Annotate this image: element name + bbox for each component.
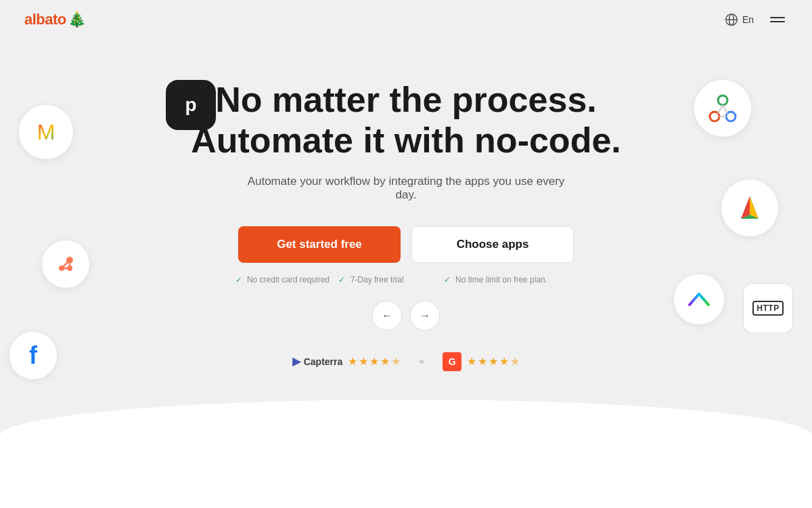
- g2-star-2: ★: [478, 355, 487, 368]
- btn-notes-row: ✓ No credit card required ✓ 7-Day free t…: [235, 275, 577, 284]
- rating-divider: [420, 360, 424, 364]
- globe-icon: [725, 13, 738, 26]
- capterra-rating: ▶ Capterra ★ ★ ★ ★ ★: [292, 355, 401, 368]
- g2-star-3: ★: [489, 355, 498, 368]
- capterra-arrow-icon: ▶: [292, 355, 300, 368]
- cta-row: Get started free Choose apps: [238, 226, 574, 263]
- next-arrow-button[interactable]: →: [410, 301, 440, 331]
- navbar: albato 🎄 En: [0, 0, 812, 39]
- note-free-trial: 7-Day free trial: [351, 275, 404, 284]
- primary-notes: ✓ No credit card required ✓ 7-Day free t…: [235, 275, 404, 284]
- star-4: ★: [380, 355, 390, 368]
- bg-wave: [0, 400, 812, 508]
- hamburger-line-2: [770, 21, 785, 22]
- nav-arrows: ← →: [372, 301, 440, 331]
- hero-section: No matter the process. Automate it with …: [0, 39, 812, 371]
- get-started-button[interactable]: Get started free: [238, 226, 401, 263]
- choose-apps-button[interactable]: Choose apps: [411, 226, 574, 263]
- check-icon-3: ✓: [444, 275, 451, 284]
- g2-rating: G ★ ★ ★ ★ ★: [443, 352, 520, 371]
- hero-subtitle: Automate your workflow by integrating th…: [237, 175, 575, 202]
- note-no-card: No credit card required: [247, 275, 330, 284]
- capterra-label: Capterra: [304, 356, 343, 367]
- check-icon-1: ✓: [235, 275, 242, 284]
- star-2: ★: [359, 355, 368, 368]
- nav-right: En: [725, 13, 788, 26]
- star-half: ★: [391, 355, 401, 368]
- hamburger-menu[interactable]: [767, 14, 788, 25]
- g2-logo: G: [443, 352, 461, 371]
- note-no-time-limit: No time limit on free plan.: [455, 275, 547, 284]
- secondary-note: ✓ No time limit on free plan.: [414, 275, 577, 284]
- g2-star-4: ★: [499, 355, 509, 368]
- rating-row: ▶ Capterra ★ ★ ★ ★ ★ G ★ ★ ★ ★ ★: [292, 352, 520, 371]
- capterra-stars: ★ ★ ★ ★ ★: [348, 355, 401, 368]
- lang-label: En: [742, 14, 754, 25]
- star-1: ★: [348, 355, 357, 368]
- check-icon-2: ✓: [338, 275, 345, 284]
- g2-star-1: ★: [467, 355, 476, 368]
- star-3: ★: [369, 355, 379, 368]
- logo[interactable]: albato 🎄: [24, 11, 86, 28]
- g2-star-half: ★: [510, 355, 520, 368]
- capterra-logo: ▶ Capterra: [292, 355, 343, 368]
- hero-title: No matter the process. Automate it with …: [191, 80, 621, 161]
- hamburger-line-1: [770, 17, 785, 18]
- lang-selector[interactable]: En: [725, 13, 754, 26]
- hero-title-line2: Automate it with no-code.: [191, 121, 621, 160]
- logo-tree-icon: 🎄: [68, 11, 86, 28]
- g2-stars: ★ ★ ★ ★ ★: [467, 355, 520, 368]
- logo-text: albato: [24, 11, 66, 28]
- prev-arrow-button[interactable]: ←: [372, 301, 402, 331]
- hero-title-line1: No matter the process.: [215, 80, 597, 119]
